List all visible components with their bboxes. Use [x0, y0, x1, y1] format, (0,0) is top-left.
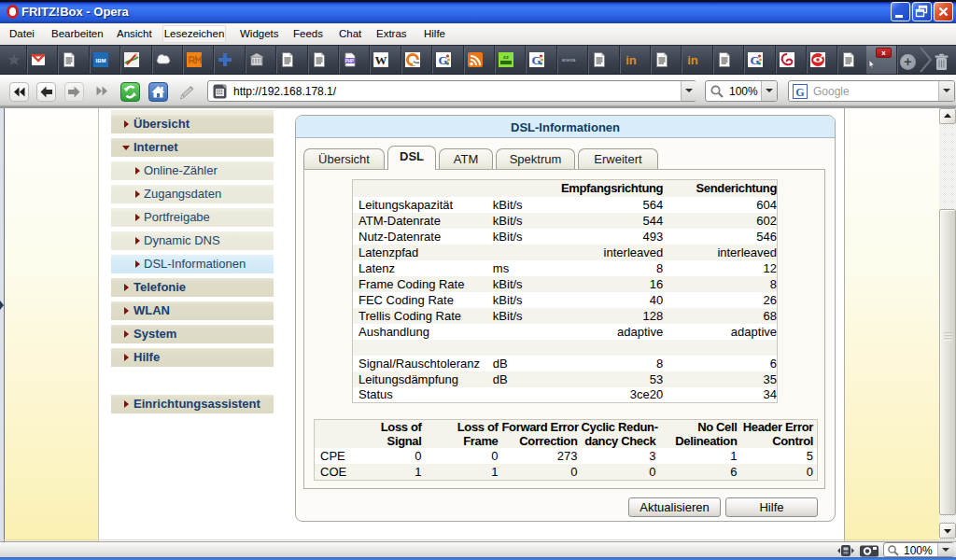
svg-text:IBM: IBM: [96, 58, 106, 63]
svg-text:in: in: [687, 53, 698, 67]
svg-text:PHP: PHP: [345, 59, 354, 63]
svg-text:W: W: [375, 53, 387, 67]
svg-text:anexia: anexia: [562, 57, 576, 63]
svg-text:G: G: [795, 86, 804, 99]
svg-text:in: in: [626, 53, 637, 67]
svg-text:zz: zz: [503, 54, 509, 60]
